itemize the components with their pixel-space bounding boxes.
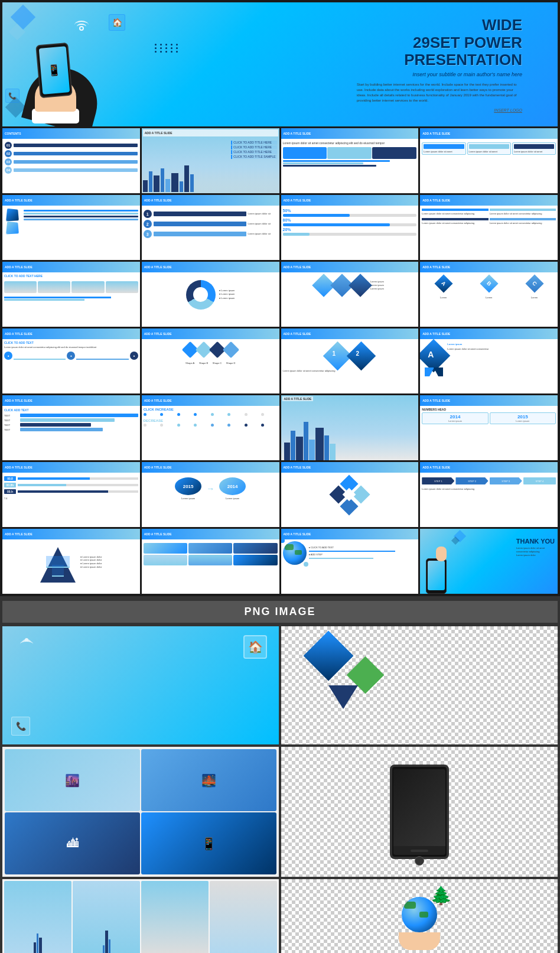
slide-globe-connections[interactable]: ADD A TITLE SLIDE ● CLICK TO ADD TEXT ● … xyxy=(281,529,419,594)
png-globe-hand: 🌲 xyxy=(281,879,558,953)
num-2: 02 xyxy=(5,150,12,157)
slide-row-3: ADD A TITLE SLIDE CLICK TO ADD TEXT HERE… xyxy=(2,262,558,327)
timeline-body: CLICK TO ADD TEXT Lorem ipsum dolor sit … xyxy=(2,339,140,362)
slide-label-2: ADD A TITLE SLIDE xyxy=(143,129,278,136)
slide-header-1: CONTENTS xyxy=(2,128,140,139)
slide-label-21: ADD A TITLE SLIDE xyxy=(422,399,450,402)
slide-multi-shape[interactable]: ADD A TITLE SLIDE Shape A Shape B Shape … xyxy=(142,328,279,393)
cubes-body xyxy=(2,206,140,236)
slide-city-thumbs[interactable]: ADD A TITLE SLIDE CLICK TO ADD TEXT HERE xyxy=(2,262,140,327)
slide-circular-diagram[interactable]: ADD A TITLE SLIDE ● Lorem ipsum ● Lorem … xyxy=(142,262,279,327)
city-thumbs-grid xyxy=(2,281,140,293)
slide-data-boxes[interactable]: ADD A TITLE SLIDE NUMBERS HEAD 2014 Lore… xyxy=(420,395,558,460)
data-table-body: Lorem ipsum dolor sit amet consectetur a… xyxy=(281,139,419,169)
four-diamond-body xyxy=(281,473,419,517)
slide-info-boxes[interactable]: ADD A TITLE SLIDE Lorem ipsum dolor sit … xyxy=(420,128,558,193)
img-grid-body xyxy=(142,541,279,567)
diamond-body: Lorem ipsum Lorem ipsum Lorem ipsum xyxy=(281,275,419,295)
png-photos-left: 🌆 🌉 🏙 📱 xyxy=(2,747,279,877)
png-bottom-row: 🌆 🌉 🏙 📱 xyxy=(2,747,558,877)
png-arrow-dark xyxy=(328,685,358,709)
png-tablet xyxy=(281,747,558,877)
hero-title: WIDE 29SET POWER PRESENTATION xyxy=(357,17,522,70)
hero-body: Start by building better internet servic… xyxy=(357,82,522,103)
slide-label-16: ADD A TITLE SLIDE xyxy=(422,332,450,336)
slide-label-4: ADD A TITLE SLIDE xyxy=(422,132,450,135)
slide-data-table[interactable]: ADD A TITLE SLIDE Lorem ipsum dolor sit … xyxy=(281,128,419,193)
slide-label-9: ADD A TITLE SLIDE xyxy=(5,265,32,269)
png-phone-icon: 📞 xyxy=(11,717,30,736)
data-boxes-body: NUMBERS HEAD 2014 Lorem ipsum 2015 Lorem… xyxy=(420,406,558,426)
slide-thank-you[interactable]: THANK YOU Lorem ipsum dolor sit amet con… xyxy=(420,529,558,594)
slide-header-26: ADD A TITLE SLIDE xyxy=(2,529,140,539)
metrics-body: 00.8 00.8h 00.h 7.4 xyxy=(2,473,140,502)
slide-header-24: ADD A TITLE SLIDE xyxy=(281,462,419,473)
thank-you-text-block: THANK YOU Lorem ipsum dolor sit amet con… xyxy=(516,538,555,557)
num-4: 04 xyxy=(5,167,12,174)
slide-3d-cubes[interactable]: ADD A TITLE SLIDE xyxy=(2,195,140,260)
slide-label-23: ADD A TITLE SLIDE xyxy=(144,466,172,469)
slide-abc-labels[interactable]: ADD A TITLE SLIDE A Lorem B Lorem C Lore… xyxy=(420,262,558,327)
ovals-body: 2015 Lorem ipsum → 2014 Lorem ipsum xyxy=(142,476,279,502)
png-blue-slide: 🏠 📞 xyxy=(2,626,279,744)
slide-ovals[interactable]: ADD A TITLE SLIDE 2015 Lorem ipsum → 201… xyxy=(142,462,279,527)
contents-body: 01 02 03 04 xyxy=(2,139,140,177)
slide-label-25: ADD A TITLE SLIDE xyxy=(422,466,450,469)
slide-label-8: ADD A TITLE SLIDE xyxy=(422,199,450,202)
slide-label-7: ADD A TITLE SLIDE xyxy=(284,199,311,202)
slide-step-arrows[interactable]: ADD A TITLE SLIDE STEP 1 STEP 2 STEP 3 S… xyxy=(420,462,558,527)
h-bars-body: CLICK ADD TEXT TEXT TEXT TEXT xyxy=(2,406,140,433)
slide-header-18: ADD A TITLE SLIDE xyxy=(142,395,279,406)
png-shapes xyxy=(281,626,558,744)
png-wifi xyxy=(20,638,33,648)
hero-subtitle: Insert your subtitle or main author's na… xyxy=(357,71,522,77)
phone-box-icon: 📞 xyxy=(5,89,19,103)
slide-4-diamond[interactable]: ADD A TITLE SLIDE xyxy=(281,462,419,527)
info-boxes-body: Lorem ipsum dolor sit amet Lorem ipsum d… xyxy=(420,141,558,157)
slide-label-15: ADD A TITLE SLIDE xyxy=(284,332,311,336)
slide-city-1[interactable]: ADD A TITLE SLIDE CLICK TO ADD TITLE HER… xyxy=(142,128,279,193)
slide-header-21: ADD A TITLE SLIDE xyxy=(420,395,558,406)
increase-body: CLICK INCREASE DECREASE xyxy=(142,406,279,430)
a-ribbon-body: A Lorem ipsum Lorem ipsum dolor sit amet… xyxy=(420,339,558,369)
contents-label: CONTENTS xyxy=(5,132,21,135)
slide-header-23: ADD A TITLE SLIDE xyxy=(142,462,279,473)
slide-label-24: ADD A TITLE SLIDE xyxy=(284,466,311,469)
slide-header-16: ADD A TITLE SLIDE xyxy=(420,328,558,339)
slide-a-ribbon[interactable]: ADD A TITLE SLIDE A Lorem ipsum Lorem ip… xyxy=(420,328,558,393)
slide-ribbons[interactable]: ADD A TITLE SLIDE 1 2 Lorem ipsum dolor … xyxy=(281,328,419,393)
thank-you-phone xyxy=(421,535,468,594)
slide-pyramid[interactable]: ADD A TITLE SLIDE ● Lorem ipsum dolor ● … xyxy=(2,529,140,594)
slide-image-grid[interactable]: ADD A TITLE SLIDE xyxy=(142,529,279,594)
hero-slide: 📱 🏠 📞 xyxy=(2,2,558,126)
slide-label-13: ADD A TITLE SLIDE xyxy=(5,332,32,336)
png-diamond-blue-large xyxy=(304,631,354,681)
slide-timeline[interactable]: ADD A TITLE SLIDE CLICK TO ADD TEXT Lore… xyxy=(2,328,140,393)
slide-label-11: ADD A TITLE SLIDE xyxy=(284,265,311,269)
png-city-strip xyxy=(2,879,279,953)
circular-body: ● Lorem ipsum ● Lorem ipsum ● Lorem ipsu… xyxy=(142,272,279,317)
png-top-grid: 🏠 📞 xyxy=(2,626,558,744)
slide-contents[interactable]: CONTENTS 01 02 03 04 xyxy=(2,128,140,193)
slide-label-18: ADD A TITLE SLIDE xyxy=(144,399,172,402)
slide-city-building[interactable]: ADD A TITLE SLIDE xyxy=(281,395,419,460)
pyramid-body: ● Lorem ipsum dolor ● Lorem ipsum dolor … xyxy=(2,539,140,584)
slide-h-bars[interactable]: ADD A TITLE SLIDE CLICK ADD TEXT TEXT TE… xyxy=(2,395,140,460)
click-label-9: CLICK TO ADD TEXT HERE xyxy=(2,272,140,279)
slide-header-15: ADD A TITLE SLIDE xyxy=(281,328,419,339)
abc-body: A Lorem B Lorem C Lorem xyxy=(420,275,558,301)
slide-header-8: ADD A TITLE SLIDE xyxy=(420,195,558,206)
slide-text-cols[interactable]: ADD A TITLE SLIDE Lorem ipsum dolor sit … xyxy=(420,195,558,260)
slide-row-5: ADD A TITLE SLIDE CLICK ADD TEXT TEXT TE… xyxy=(2,395,558,460)
slide-numbered-steps[interactable]: ADD A TITLE SLIDE 1 Lorem ipsum dolor si… xyxy=(142,195,279,260)
slide-diamond-shapes[interactable]: ADD A TITLE SLIDE Lorem ipsum Lorem ipsu… xyxy=(281,262,419,327)
num-3: 03 xyxy=(5,158,12,165)
slide-increase-decrease[interactable]: ADD A TITLE SLIDE CLICK INCREASE DECREAS… xyxy=(142,395,279,460)
slide-header-7: ADD A TITLE SLIDE xyxy=(281,195,419,206)
slide-label-10: ADD A TITLE SLIDE xyxy=(144,265,172,269)
slide-number-metrics[interactable]: ADD A TITLE SLIDE 00.8 00.8h 00.h xyxy=(2,462,140,527)
slide-header-6: ADD A TITLE SLIDE xyxy=(142,195,279,206)
slide-header-11: ADD A TITLE SLIDE xyxy=(281,262,419,272)
slide-progress-bars[interactable]: ADD A TITLE SLIDE 50% 80% 20% xyxy=(281,195,419,260)
slide-header-10: ADD A TITLE SLIDE xyxy=(142,262,279,272)
